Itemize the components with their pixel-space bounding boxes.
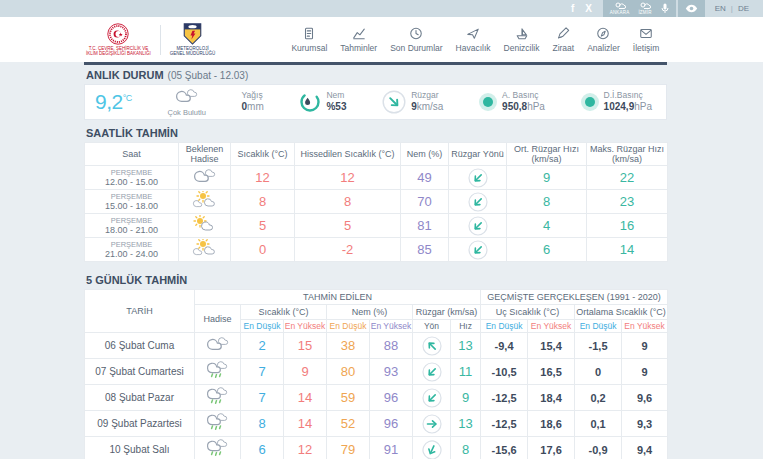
nav-item-tahminler[interactable]: Tahminler	[340, 26, 377, 53]
compass-icon	[596, 26, 610, 41]
nav-label: İletişim	[633, 43, 659, 53]
daily-hum-max: 96	[370, 411, 413, 437]
nav-label: Ziraat	[552, 43, 574, 53]
daily-extreme-min-header: En Düşük	[481, 320, 528, 333]
sun-clouds-icon	[179, 190, 231, 214]
rainy-icon	[195, 437, 241, 459]
hourly-wind-avg: 8	[507, 190, 587, 214]
daily-table-body: 06 Şubat Cuma215388813-9,415,4-1,5907 Şu…	[85, 333, 668, 459]
lang-de[interactable]: DE	[738, 4, 749, 13]
nav-label: Tahminler	[340, 43, 377, 53]
current-section-title: ANLIK DURUM (05 Şubat - 12.03)	[84, 62, 667, 84]
daily-wind-speed: 13	[451, 411, 481, 437]
nav-item-havac-l-k[interactable]: Havacılık	[456, 26, 491, 53]
daily-avg-min-header: En Düşük	[575, 320, 622, 333]
hourly-feels-like: 12	[295, 166, 401, 190]
ministry-logo[interactable]: T.C. ÇEVRE, ŞEHİRCİLİK VE İKLİM DEĞİŞİKL…	[86, 23, 151, 57]
wind-direction-icon	[449, 214, 507, 238]
daily-extreme-min: -12,5	[481, 411, 528, 437]
current-condition: Çok Bulutlu	[168, 87, 206, 117]
daily-row: 09 Şubat Pazartesi814529613-12,518,60,19…	[85, 411, 668, 437]
daily-wind-speed: 8	[451, 437, 481, 459]
daily-temp-max: 14	[284, 411, 327, 437]
hourly-wind-avg: 4	[507, 214, 587, 238]
city-widget-izmir[interactable]: İZMİR	[638, 2, 651, 15]
hourly-header-row: SaatBeklenen HadiseSıcaklık (°C)Hissedil…	[85, 143, 668, 166]
nav-item-son-durumlar[interactable]: Son Durumlar	[390, 26, 442, 53]
daily-extreme-min: -9,4	[481, 333, 528, 359]
nav-item-denizcilik[interactable]: Denizcilik	[504, 26, 540, 53]
lang-en[interactable]: EN	[715, 4, 726, 13]
hourly-col-header-4: Nem (%)	[401, 143, 449, 166]
hourly-humidity: 81	[401, 214, 449, 238]
daily-hum-max: 91	[370, 437, 413, 459]
mgm-logo[interactable]: METEOROLOJİ GENEL MÜDÜRLÜĞÜ	[170, 23, 216, 57]
pen-icon	[556, 26, 570, 41]
daily-sub-avg: Ortalama Sıcaklık (°C)	[575, 305, 668, 320]
hourly-humidity: 85	[401, 238, 449, 262]
current-temperature: 9,2°C	[95, 90, 132, 114]
daily-temp-max: 15	[284, 333, 327, 359]
nav-label: Analizler	[587, 43, 620, 53]
nav-item-ziraat[interactable]: Ziraat	[552, 26, 574, 53]
daily-hum-max: 96	[370, 385, 413, 411]
wind-direction-icon	[413, 333, 451, 359]
building-icon	[302, 26, 316, 41]
daily-avg-max: 9	[622, 359, 668, 385]
daily-date: 07 Şubat Cumartesi	[85, 359, 195, 385]
wind-direction-icon	[382, 90, 406, 114]
wind-direction-icon	[413, 411, 451, 437]
wind-direction-icon	[449, 166, 507, 190]
hourly-feels-like: -2	[295, 238, 401, 262]
facebook-icon[interactable]: f	[565, 0, 581, 17]
daily-section-title: 5 GÜNLÜK TAHMİN	[84, 270, 667, 289]
daily-row: 07 Şubat Cumartesi79809311-10,516,509	[85, 359, 668, 385]
daily-hum-min: 38	[327, 333, 370, 359]
clock-icon	[409, 26, 423, 41]
current-precip: Yağış 0mm	[242, 91, 264, 112]
daily-temp-min: 7	[241, 385, 284, 411]
accessibility-block	[678, 0, 705, 17]
daily-hum-max: 93	[370, 359, 413, 385]
x-icon[interactable]: X	[581, 0, 597, 17]
daily-extreme-max: 15,4	[528, 333, 575, 359]
daily-hum-min: 52	[327, 411, 370, 437]
current-sea-pressure: D.İ.Basınç 1024,9hPa	[581, 91, 652, 112]
daily-wind-speed: 13	[451, 333, 481, 359]
pressure-dot-icon	[483, 97, 493, 107]
rainy-icon	[195, 359, 241, 385]
current-title: ANLIK DURUM	[86, 69, 164, 81]
nav-item-kurumsal[interactable]: Kurumsal	[291, 26, 327, 53]
nav-item-i-leti-im[interactable]: İletişim	[633, 26, 659, 53]
daily-avg-min: 0	[575, 359, 622, 385]
daily-extreme-max: 17,6	[528, 437, 575, 459]
daily-avg-min: 0,1	[575, 411, 622, 437]
daily-sub-wind: Rüzgar (km/sa)	[413, 305, 481, 320]
city-weather-widgets: ANKARA İZMİR	[603, 0, 676, 17]
hourly-col-header-0: Saat	[85, 143, 179, 166]
lang-separator: |	[731, 4, 733, 13]
current-pressure: A. Basınç 950,8hPa	[479, 91, 545, 112]
hourly-humidity: 49	[401, 166, 449, 190]
site-header: T.C. ÇEVRE, ŞEHİRCİLİK VE İKLİM DEĞİŞİKL…	[0, 17, 763, 62]
eye-icon[interactable]	[685, 4, 698, 13]
hourly-wind-max: 14	[587, 238, 668, 262]
city-widget-ankara[interactable]: ANKARA	[610, 2, 630, 15]
daily-date: 09 Şubat Pazartesi	[85, 411, 195, 437]
microphone-icon[interactable]	[661, 3, 669, 14]
daily-temp-max: 12	[284, 437, 327, 459]
logos: T.C. ÇEVRE, ŞEHİRCİLİK VE İKLİM DEĞİŞİKL…	[86, 23, 215, 57]
daily-group-historical: GEÇMİŞTE GERÇEKLEŞEN (1991 - 2020)	[481, 290, 668, 305]
mgm-weather-page: f X ANKARA İZMİR EN | DE	[0, 0, 763, 459]
hourly-temp: 5	[231, 214, 295, 238]
ministry-emblem-icon	[107, 23, 129, 45]
daily-hum-max-header: En Yüksek	[370, 320, 413, 333]
nav-item-analizler[interactable]: Analizler	[587, 26, 620, 53]
hourly-section-title: SAATLİK TAHMİN	[84, 123, 667, 142]
daily-wind-speed: 11	[451, 359, 481, 385]
daily-wind-speed-header: Hız	[451, 320, 481, 333]
daily-sub-temp: Sıcaklık (°C)	[241, 305, 327, 320]
nav-label: Havacılık	[456, 43, 491, 53]
daily-col-event: Hadise	[195, 305, 241, 333]
hourly-time-cell: PERŞEMBE21.00 - 24.00	[85, 238, 179, 262]
